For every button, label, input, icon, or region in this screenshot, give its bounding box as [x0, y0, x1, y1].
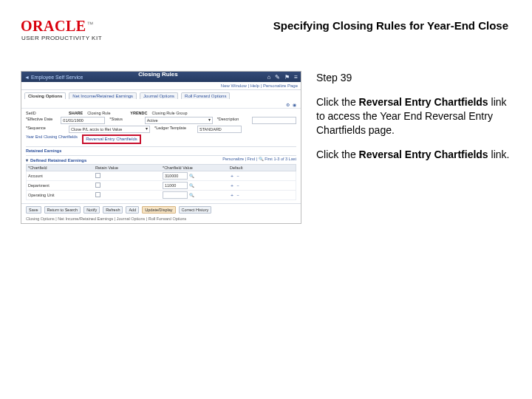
- col-default: Default: [230, 166, 294, 170]
- crumb-links[interactable]: New Window | Help | Personalize Page: [221, 83, 298, 88]
- retain-value-checkbox[interactable]: [95, 192, 100, 197]
- remove-row-icon[interactable]: －: [236, 183, 240, 188]
- refresh-button[interactable]: Refresh: [103, 206, 123, 214]
- table-row: Department 11000 🔍 ＋ －: [26, 181, 296, 191]
- action-paragraph: Click the Reversal Entry Chartfields lin…: [316, 148, 511, 162]
- sequence-select[interactable]: Close P/L accts to Ret Value: [69, 126, 150, 133]
- back-link-label: Employee Self Service: [31, 75, 83, 80]
- cf-value-input[interactable]: [163, 191, 188, 199]
- chevron-down-icon: ▾: [26, 157, 28, 163]
- document-title: Specifying Closing Rules for Year-End Cl…: [102, 18, 511, 32]
- update-display-button[interactable]: Update/Display: [142, 206, 175, 214]
- instruction-paragraph: Click the Reversal Entry Chartfields lin…: [316, 95, 511, 137]
- tab-closing-options[interactable]: Closing Options: [24, 92, 66, 99]
- app-header-bar: ◄ Employee Self Service ⌂ ✎ ⚑ ≡: [21, 72, 301, 82]
- tab-journal-options[interactable]: Journal Options: [140, 92, 178, 99]
- flag-icon[interactable]: ⚑: [284, 74, 290, 81]
- table-row: Account 310000 🔍 ＋ －: [26, 171, 296, 181]
- add-row-icon[interactable]: ＋: [230, 183, 234, 188]
- grid-personalize-tools[interactable]: Personalize | Find | 🔍 First 1-3 of 3 La…: [222, 157, 296, 161]
- grid-header: *Chartfield Retain Value *Chartfield Val…: [26, 164, 296, 171]
- remove-row-icon[interactable]: －: [236, 174, 240, 178]
- footer-tab-links[interactable]: Closing Options | Net Income/Retained Ea…: [21, 216, 301, 223]
- ye-closing-chartfields-link[interactable]: Year End Closing Chartfields: [26, 134, 78, 144]
- tab-roll-forward[interactable]: Roll Forward Options: [181, 92, 230, 99]
- closing-rule-group-label: Closing Rule Group: [152, 111, 191, 115]
- tab-strip: Closing Options Net Income/Retained Earn…: [21, 90, 301, 101]
- home-icon[interactable]: ⌂: [267, 74, 270, 81]
- lookup-icon[interactable]: 🔍: [189, 183, 194, 188]
- ledger-template-label: *Ledger Template: [154, 126, 193, 133]
- util-row: ⚙ ◉: [21, 101, 301, 109]
- status-label: *Status: [109, 117, 140, 124]
- ledger-template-input[interactable]: STANDARD: [197, 126, 242, 133]
- notify-button[interactable]: Notify: [83, 206, 100, 214]
- brand-tm: ™: [87, 21, 94, 28]
- effdate-input[interactable]: 01/01/1900: [61, 117, 105, 124]
- col-chartfield: *Chartfield: [28, 166, 92, 170]
- brand-name: ORACLE: [21, 18, 86, 34]
- retain-value-checkbox[interactable]: [95, 173, 100, 178]
- col-chartfield-value: *Chartfield Value: [163, 166, 227, 170]
- save-button[interactable]: Save: [26, 206, 41, 214]
- lookup-icon[interactable]: 🔍: [189, 193, 194, 197]
- brand-subtitle: USER PRODUCTIVITY KIT: [21, 35, 102, 41]
- cf-name: Account: [28, 174, 92, 178]
- add-row-icon[interactable]: ＋: [230, 174, 234, 178]
- tab-net-income[interactable]: Net Income/Retained Earnings: [69, 92, 137, 99]
- col-retain-value: Retain Value: [95, 166, 160, 170]
- description-input[interactable]: [252, 117, 296, 124]
- sequence-label: *Sequence: [26, 126, 64, 133]
- cf-value-input[interactable]: 310000: [163, 172, 188, 180]
- correct-history-button[interactable]: Correct History: [179, 206, 212, 214]
- cf-name: Department: [28, 183, 92, 188]
- cf-value-input[interactable]: 11000: [163, 182, 188, 189]
- cf-name: Operating Unit: [28, 193, 92, 197]
- record-icon[interactable]: ◉: [293, 102, 296, 107]
- instruction-link-name: Reversal Entry Chartfields: [359, 96, 488, 108]
- form-body: SetID SHARE Closing Rule YRENDC Closing …: [21, 109, 301, 203]
- setid-value: SHARE: [69, 111, 83, 115]
- table-row: Operating Unit 🔍 ＋ －: [26, 191, 296, 200]
- add-row-icon[interactable]: ＋: [230, 193, 234, 197]
- instruction-column: Step 39 Click the Reversal Entry Chartfi…: [316, 71, 511, 224]
- reversal-entry-chartfields-link[interactable]: Reversal Entry Chartfields: [82, 134, 141, 144]
- crumb-bar: New Window | Help | Personalize Page: [21, 82, 301, 90]
- setid-label: SetID: [26, 111, 64, 115]
- step-number: Step 39: [316, 71, 511, 85]
- app-screenshot: Closing Rules ◄ Employee Self Service ⌂ …: [21, 71, 301, 224]
- back-link[interactable]: ◄ Employee Self Service: [24, 75, 83, 80]
- action-link-name: Reversal Entry Chartfields: [359, 149, 488, 160]
- wrench-icon[interactable]: ✎: [275, 74, 280, 81]
- retained-earnings-section[interactable]: Retained Earnings: [26, 149, 296, 153]
- action-bar: Save Return to Search Notify Refresh Add…: [21, 203, 301, 216]
- header-row: ORACLE™ USER PRODUCTIVITY KIT Specifying…: [0, 0, 532, 50]
- brand-block: ORACLE™ USER PRODUCTIVITY KIT: [21, 18, 102, 41]
- status-select[interactable]: Active: [145, 117, 213, 124]
- remove-row-icon[interactable]: －: [236, 193, 240, 197]
- effdate-label: *Effective Date: [26, 117, 56, 124]
- menu-icon[interactable]: ≡: [294, 74, 298, 81]
- screenshot-column: Closing Rules ◄ Employee Self Service ⌂ …: [21, 71, 301, 224]
- return-to-search-button[interactable]: Return to Search: [44, 206, 81, 214]
- content-row: Closing Rules ◄ Employee Self Service ⌂ …: [0, 50, 532, 224]
- header-icons: ⌂ ✎ ⚑ ≡: [267, 74, 298, 81]
- description-label: *Description: [217, 117, 248, 124]
- lookup-icon[interactable]: 🔍: [189, 174, 194, 178]
- gear-icon[interactable]: ⚙: [286, 102, 290, 107]
- closing-rule-value: YRENDC: [130, 111, 147, 115]
- retain-value-checkbox[interactable]: [95, 183, 100, 188]
- add-button[interactable]: Add: [126, 206, 139, 214]
- closing-rule-label: Closing Rule: [87, 111, 126, 115]
